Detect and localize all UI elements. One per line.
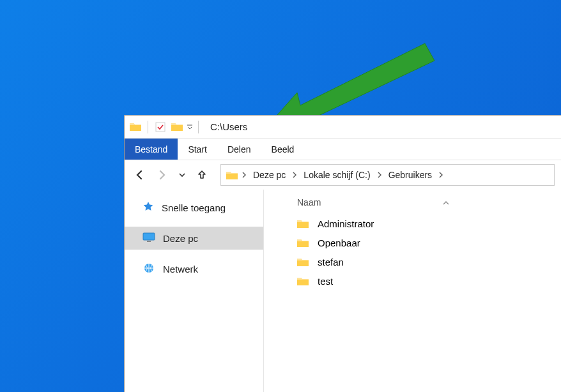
file-name: Administrator [318,218,374,229]
star-icon [142,201,154,215]
back-button[interactable] [131,167,148,183]
sidebar: Snelle toegang Deze pc Netwerk [125,190,264,392]
file-name: Openbaar [318,237,360,248]
menubar: Bestand Start Delen Beeld [125,139,561,160]
monitor-icon [142,232,155,245]
folder-icon [297,238,309,248]
crumb-this-pc[interactable]: Deze pc [250,169,288,181]
sidebar-item-label: Snelle toegang [162,202,226,213]
titlebar: C:\Users [125,116,561,139]
properties-icon[interactable] [153,120,167,134]
folder-icon [226,170,238,180]
separator [198,121,199,133]
folder-row[interactable]: stefan [277,252,548,271]
folder-row[interactable]: test [277,271,548,290]
folder-icon [128,120,142,134]
folder-row[interactable]: Administrator [277,214,548,233]
menu-home[interactable]: Start [178,139,217,160]
crumb-users[interactable]: Gebruikers [386,169,434,181]
qat-dropdown-icon[interactable] [187,120,193,134]
file-list: Naam Administrator Openbaar [264,190,561,392]
separator [148,121,148,133]
recent-dropdown[interactable] [177,167,187,183]
menu-file[interactable]: Bestand [125,139,178,160]
chevron-right-icon[interactable] [437,170,445,180]
folder-icon [297,276,309,286]
sidebar-item-this-pc[interactable]: Deze pc [125,227,263,250]
sidebar-item-network[interactable]: Netwerk [125,257,263,280]
folder-row[interactable]: Openbaar [277,233,548,252]
up-button[interactable] [194,167,210,183]
chevron-right-icon[interactable] [376,170,383,180]
navbar: Deze pc Lokale schijf (C:) Gebruikers [125,160,561,190]
crumb-drive[interactable]: Lokale schijf (C:) [301,169,373,181]
chevron-right-icon[interactable] [240,170,248,180]
explorer-window: C:\Users Bestand Start Delen Beeld Dez [124,115,561,392]
menu-share[interactable]: Delen [217,139,261,160]
menu-view[interactable]: Beeld [261,139,305,160]
window-title: C:\Users [210,121,247,132]
file-name: test [318,276,333,287]
column-header-name[interactable]: Naam [277,195,548,214]
address-bar[interactable]: Deze pc Lokale schijf (C:) Gebruikers [220,164,555,186]
sort-caret-icon [443,197,449,207]
svg-rect-1 [156,123,165,132]
svg-rect-2 [143,233,155,240]
svg-rect-3 [147,241,151,242]
content-area: Snelle toegang Deze pc Netwerk Naam [125,190,561,392]
folder-icon [297,257,309,267]
sidebar-item-quick-access[interactable]: Snelle toegang [125,196,263,219]
chevron-right-icon[interactable] [291,170,298,180]
new-folder-icon[interactable] [170,120,184,134]
network-icon [142,263,155,275]
sidebar-item-label: Netwerk [163,264,198,275]
file-name: stefan [318,257,344,268]
forward-button[interactable] [154,167,171,183]
sidebar-item-label: Deze pc [163,233,198,244]
folder-icon [297,219,309,229]
